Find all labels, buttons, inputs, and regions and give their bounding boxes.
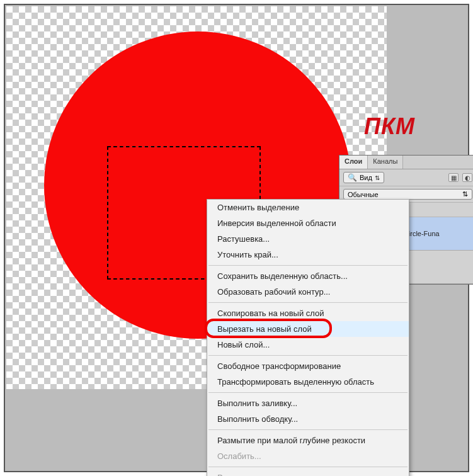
context-menu-item[interactable]: Вырезать на новый слой: [207, 321, 409, 337]
blend-mode-select[interactable]: Обычные ⇅: [343, 189, 472, 200]
menu-separator: [208, 302, 407, 303]
context-menu-item[interactable]: Скопировать на новый слой: [207, 305, 409, 321]
chevrons-icon: ⇅: [462, 190, 468, 198]
context-menu-item: Рендеринг: [207, 470, 409, 476]
context-menu-item[interactable]: Инверсия выделенной области: [207, 215, 409, 231]
context-menu-item[interactable]: Уточнить край...: [207, 247, 409, 263]
context-menu-item[interactable]: Новый слой...: [207, 337, 409, 353]
menu-separator: [208, 392, 407, 393]
menu-separator: [208, 467, 407, 467]
search-icon: 🔍: [348, 173, 357, 182]
context-menu-item[interactable]: Растушевка...: [207, 231, 409, 247]
context-menu-item[interactable]: Выполнить заливку...: [207, 395, 409, 411]
annotation-pkm: ПКМ: [364, 113, 415, 140]
context-menu-item[interactable]: Образовать рабочий контур...: [207, 284, 409, 300]
menu-separator: [208, 265, 407, 266]
context-menu-item: Ослабить...: [207, 448, 409, 464]
panel-tabs: Слои Каналы: [339, 156, 473, 169]
tab-layers[interactable]: Слои: [339, 156, 368, 169]
context-menu-item[interactable]: Выполнить обводку...: [207, 411, 409, 427]
chevrons-icon: ⇅: [375, 174, 380, 181]
filter-pixel-icon[interactable]: ▦: [448, 173, 459, 182]
context-menu: Отменить выделениеИнверсия выделенной об…: [207, 199, 409, 476]
context-menu-item[interactable]: Трансформировать выделенную область: [207, 374, 409, 390]
context-menu-item[interactable]: Свободное трансформирование: [207, 358, 409, 374]
context-menu-item[interactable]: Отменить выделение: [207, 200, 409, 215]
menu-separator: [208, 355, 407, 356]
menu-separator: [208, 429, 407, 430]
blend-mode-label: Обычные: [348, 191, 379, 198]
tab-channels[interactable]: Каналы: [368, 156, 403, 169]
filter-adjust-icon[interactable]: ◐: [462, 173, 472, 182]
filter-kind-button[interactable]: 🔍 Вид ⇅: [343, 172, 384, 183]
app-frame: ПКМ Слои Каналы 🔍 Вид ⇅ ▦ ◐ Обычные ⇅ ✥ …: [4, 4, 469, 472]
filter-kind-label: Вид: [360, 174, 372, 181]
context-menu-item[interactable]: Размытие при малой глубине резкости: [207, 433, 409, 448]
filter-row: 🔍 Вид ⇅ ▦ ◐: [339, 169, 473, 186]
context-menu-item[interactable]: Сохранить выделенную область...: [207, 268, 409, 284]
